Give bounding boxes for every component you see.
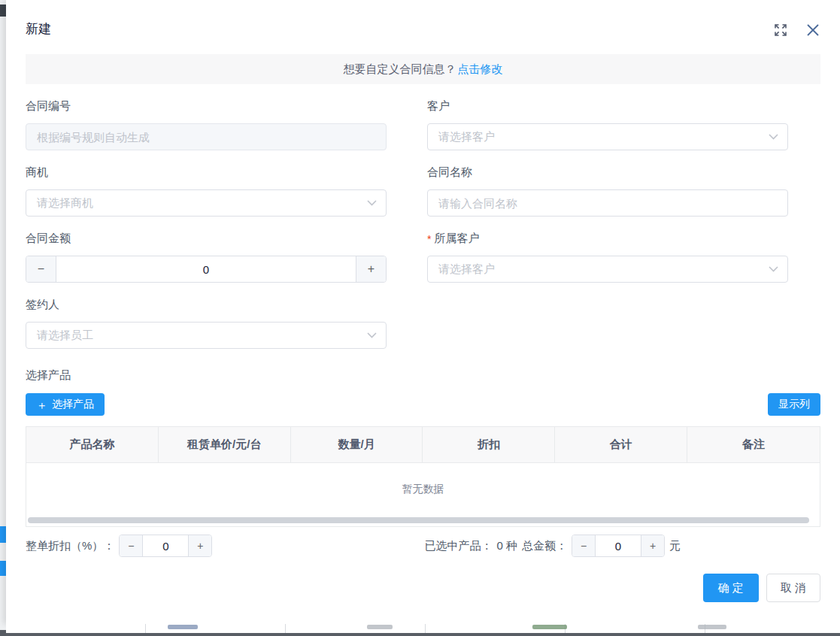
notice-text: 想要自定义合同信息？ (344, 62, 456, 77)
minus-icon[interactable]: − (26, 256, 56, 282)
background-fragment (0, 526, 6, 543)
customer-label: 客户 (427, 99, 788, 114)
field-owner-customer: * 所属客户 请选择客户 (427, 232, 788, 283)
product-section-label: 选择产品 (26, 368, 820, 383)
close-icon[interactable] (805, 23, 820, 38)
contract-amount-value[interactable]: 0 (56, 256, 356, 282)
plus-icon: ＋ (36, 399, 47, 410)
field-customer: 客户 请选择客户 (427, 99, 788, 150)
background-fragment (0, 5, 6, 17)
modal-header: 新建 (26, 0, 820, 38)
background-page-bottom-sliver (6, 624, 840, 636)
modal-title: 新建 (26, 21, 51, 38)
signer-label: 签约人 (26, 298, 387, 312)
minus-icon[interactable]: − (120, 535, 143, 556)
order-discount-value[interactable]: 0 (143, 535, 188, 556)
contract-form: 合同编号 客户 请选择客户 商机 请选择商机 合同名称 (26, 84, 820, 349)
background-page-left-sliver (0, 0, 6, 636)
chevron-down-icon (769, 266, 778, 272)
selected-products-count: 0 种 (496, 539, 517, 553)
customer-select[interactable]: 请选择客户 (427, 123, 788, 150)
grid-spacer (427, 283, 788, 349)
owner-customer-select[interactable]: 请选择客户 (427, 256, 788, 283)
cancel-button[interactable]: 取 消 (766, 574, 820, 602)
owner-customer-label: * 所属客户 (427, 232, 788, 246)
total-amount-group: 已选中产品： 0 种 总金额： − 0 + 元 (424, 535, 681, 557)
currency-unit: 元 (669, 539, 681, 553)
column-header-product-name: 产品名称 (26, 427, 159, 463)
field-contract-number: 合同编号 (26, 99, 387, 150)
column-header-unit-price: 租赁单价/元/台 (159, 427, 291, 463)
customer-select-placeholder: 请选择客户 (438, 130, 495, 144)
background-fragment (168, 625, 198, 629)
show-columns-button-label: 显示列 (778, 398, 810, 411)
plus-icon[interactable]: + (356, 256, 386, 282)
add-product-button[interactable]: ＋ 选择产品 (26, 393, 105, 416)
plus-icon[interactable]: + (188, 535, 211, 556)
horizontal-scrollbar[interactable] (28, 517, 809, 523)
contract-name-label: 合同名称 (427, 165, 788, 180)
modal-header-icons (774, 21, 820, 38)
notice-edit-link[interactable]: 点击修改 (458, 62, 503, 77)
contract-number-label: 合同编号 (26, 99, 387, 114)
chevron-down-icon (367, 332, 377, 338)
opportunity-label: 商机 (26, 165, 387, 180)
opportunity-select[interactable]: 请选择商机 (26, 189, 387, 217)
order-discount-group: 整单折扣（%）： − 0 + (26, 535, 212, 557)
field-contract-amount: 合同金额 − 0 + (26, 232, 387, 283)
order-discount-label: 整单折扣（%）： (26, 539, 114, 553)
column-header-discount: 折扣 (423, 427, 555, 463)
background-fragment (532, 625, 567, 629)
owner-customer-select-placeholder: 请选择客户 (438, 262, 495, 277)
empty-state-text: 暂无数据 (26, 463, 820, 516)
signer-select[interactable]: 请选择员工 (26, 322, 387, 349)
add-product-button-label: 选择产品 (52, 398, 94, 411)
contract-amount-stepper: − 0 + (26, 256, 387, 283)
fullscreen-expand-icon[interactable] (774, 23, 787, 37)
opportunity-select-placeholder: 请选择商机 (37, 196, 93, 210)
background-fragment (0, 630, 6, 636)
column-header-quantity: 数量/月 (291, 427, 423, 463)
minus-icon[interactable]: − (572, 535, 596, 556)
background-fragment (367, 625, 393, 629)
signer-select-placeholder: 请选择员工 (37, 329, 93, 343)
product-summary-row: 整单折扣（%）： − 0 + 已选中产品： 0 种 总金额： − 0 + 元 (26, 527, 820, 560)
new-contract-modal: 新建 想要自定义合同信息？ 点击修改 合同编号 (6, 0, 840, 624)
field-signer: 签约人 请选择员工 (26, 298, 387, 349)
modal-footer: 确 定 取 消 (26, 574, 820, 602)
field-opportunity: 商机 请选择商机 (26, 165, 387, 217)
required-asterisk: * (427, 233, 431, 245)
owner-customer-label-text: 所属客户 (434, 232, 479, 246)
selected-products-label: 已选中产品： (424, 539, 492, 553)
show-columns-button[interactable]: 显示列 (768, 393, 820, 416)
product-toolbar: ＋ 选择产品 显示列 (26, 393, 820, 416)
chevron-down-icon (769, 134, 778, 140)
contract-amount-label: 合同金额 (26, 232, 387, 246)
plus-icon[interactable]: + (641, 535, 664, 556)
notice-bar: 想要自定义合同信息？ 点击修改 (26, 54, 820, 84)
product-table: 产品名称 租赁单价/元/台 数量/月 折扣 合计 备注 暂无数据 (26, 426, 820, 527)
field-contract-name: 合同名称 (427, 165, 788, 217)
total-amount-value[interactable]: 0 (596, 535, 641, 556)
background-fragment (0, 561, 6, 576)
product-table-header: 产品名称 租赁单价/元/台 数量/月 折扣 合计 备注 (26, 427, 820, 463)
column-header-remark: 备注 (687, 427, 820, 463)
total-amount-stepper: − 0 + (572, 535, 665, 557)
confirm-button[interactable]: 确 定 (703, 574, 759, 602)
chevron-down-icon (367, 200, 377, 206)
order-discount-stepper: − 0 + (119, 535, 212, 557)
column-header-subtotal: 合计 (555, 427, 687, 463)
background-fragment (698, 625, 726, 629)
contract-number-input (26, 123, 387, 150)
total-amount-label: 总金额： (522, 539, 567, 553)
contract-name-input[interactable] (427, 189, 788, 217)
